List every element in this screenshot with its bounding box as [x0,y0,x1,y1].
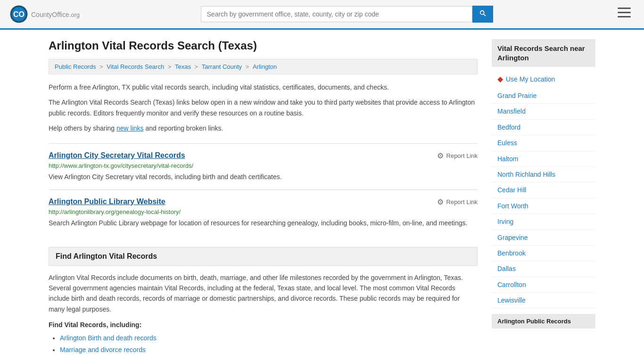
link-card-1: Arlington Public Library Website ⚙ Repor… [49,189,478,236]
svg-line-4 [483,14,485,16]
find-list: Arlington Birth and death records Marria… [49,332,478,356]
breadcrumb-arlington[interactable]: Arlington [253,63,277,70]
svg-point-3 [480,11,484,15]
sidebar-link-euless[interactable]: Euless [492,135,595,151]
page-title: Arlington Vital Records Search (Texas) [49,39,478,52]
sidebar-link-cedar-hill[interactable]: Cedar Hill [492,182,595,198]
logo-icon: CO [9,5,28,24]
link-url-1: http://arlingtonlibrary.org/genealogy-lo… [49,208,478,215]
search-icon [479,9,487,17]
breadcrumb-tarrant-county[interactable]: Tarrant County [202,63,242,70]
svg-rect-6 [618,12,631,13]
logo[interactable]: CO CountyOffice.org [9,5,80,24]
sidebar-link-fort-worth[interactable]: Fort Worth [492,198,595,214]
report-icon-1: ⚙ [437,197,444,206]
svg-rect-7 [618,16,631,17]
sidebar: Vital Records Search near Arlington ◆ Us… [492,39,595,356]
use-my-location[interactable]: ◆ Use My Location [492,72,595,86]
report-icon-0: ⚙ [437,151,444,160]
link-card-header-0: Arlington City Secretary Vital Records ⚙… [49,151,478,160]
site-header: CO CountyOffice.org [0,0,644,30]
list-item-1: Marriage and divorce records [60,344,478,356]
sidebar-bottom-section-title: Arlington Public Records [492,314,595,329]
link-card-title-1: Arlington Public Library Website [49,197,165,206]
svg-rect-5 [618,8,631,9]
find-list-link-1[interactable]: Marriage and divorce records [60,346,146,354]
breadcrumb-public-records[interactable]: Public Records [55,63,96,70]
report-link-1[interactable]: ⚙ Report Link [437,197,478,206]
link-desc-0: View Arlington City Secretary vital reco… [49,172,478,182]
find-section-header: Find Arlington Vital Records [49,247,478,266]
link-desc-1: Search Arlington Public Library webpage … [49,218,478,228]
list-item-0: Arlington Birth and death records [60,332,478,344]
link-url-0: http://www.arlington-tx.gov/citysecretar… [49,162,478,169]
breadcrumb-vital-records-search[interactable]: Vital Records Search [107,63,164,70]
sidebar-link-carrollton[interactable]: Carrollton [492,277,595,293]
sidebar-link-lewisville[interactable]: Lewisville [492,293,595,308]
location-pin-icon: ◆ [497,74,503,83]
report-link-0[interactable]: ⚙ Report Link [437,151,478,160]
sidebar-link-mansfield[interactable]: Mansfield [492,104,595,119]
link-card-header-1: Arlington Public Library Website ⚙ Repor… [49,197,478,206]
hamburger-menu[interactable] [614,6,635,23]
sidebar-link-grapevine[interactable]: Grapevine [492,230,595,246]
logo-text: CountyOffice.org [31,9,80,19]
link-card-link-0[interactable]: Arlington City Secretary Vital Records [49,151,185,159]
search-bar [201,6,493,23]
link-card-0: Arlington City Secretary Vital Records ⚙… [49,143,478,189]
search-input[interactable] [201,6,472,22]
find-list-link-0[interactable]: Arlington Birth and death records [60,334,157,342]
sidebar-link-grand-prairie[interactable]: Grand Prairie [492,88,595,104]
sidebar-link-dallas[interactable]: Dallas [492,261,595,277]
sidebar-link-haltom[interactable]: Haltom [492,151,595,167]
new-links-link[interactable]: new links [116,124,144,132]
search-button[interactable] [472,6,493,23]
sidebar-link-north-richland-hills[interactable]: North Richland Hills [492,167,595,182]
link-card-title-0: Arlington City Secretary Vital Records [49,151,185,160]
hamburger-icon [618,8,631,18]
sidebar-link-benbrook[interactable]: Benbrook [492,246,595,261]
main-container: Arlington Vital Records Search (Texas) P… [39,30,605,362]
link-card-link-1[interactable]: Arlington Public Library Website [49,197,165,206]
breadcrumb-texas[interactable]: Texas [175,63,191,70]
help-text: Help others by sharing new links and rep… [49,123,478,133]
svg-text:CO: CO [13,10,25,18]
find-section-text: Arlington Vital Records include document… [49,272,478,315]
sidebar-link-bedford[interactable]: Bedford [492,120,595,135]
breadcrumb: Public Records > Vital Records Search > … [49,59,478,74]
find-heading: Find Vital Records, including: [49,321,478,329]
main-content: Arlington Vital Records Search (Texas) P… [49,39,478,356]
intro-text-1: Perform a free Arlington, TX public vita… [49,82,478,92]
sidebar-title: Vital Records Search near Arlington [492,39,595,67]
intro-text-2: The Arlington Vital Records Search (Texa… [49,97,478,118]
sidebar-link-irving[interactable]: Irving [492,214,595,230]
